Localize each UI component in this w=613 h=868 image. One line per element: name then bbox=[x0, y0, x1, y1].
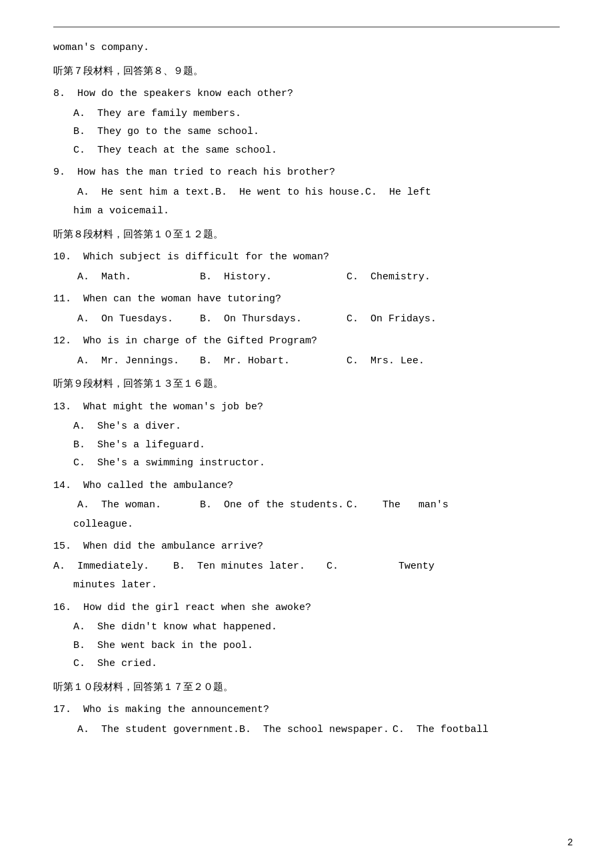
page-number: 2 bbox=[568, 837, 573, 848]
top-text: woman's company. bbox=[53, 39, 560, 57]
question-9: 9. How has the man tried to reach his br… bbox=[53, 164, 560, 181]
q13-option-c: C. She's a swimming instructor. bbox=[73, 455, 560, 472]
q12-option-a: A. Mr. Jennings. bbox=[53, 353, 200, 370]
q13-option-b: B. She's a lifeguard. bbox=[73, 437, 560, 454]
question-16: 16. How did the girl react when she awok… bbox=[53, 599, 560, 617]
question-17: 17. Who is making the announcement? bbox=[53, 701, 560, 719]
q14-wrap: colleague. bbox=[73, 516, 560, 533]
q9-option-a: A. He sent him a text. bbox=[53, 184, 215, 201]
q17-options-row: A. The student government. B. The school… bbox=[53, 721, 560, 739]
q14-option-a: A. The woman. bbox=[53, 497, 200, 514]
section9-header: 听第９段材料，回答第１３至１６题。 bbox=[53, 376, 560, 393]
q15-option-a: A. Immediately. bbox=[53, 558, 173, 575]
q15-option-b: B. Ten minutes later. bbox=[173, 558, 326, 575]
question-8: 8. How do the speakers know each other? bbox=[53, 85, 560, 103]
q15-options-row: A. Immediately. B. Ten minutes later. C.… bbox=[53, 558, 560, 575]
question-15: 15. When did the ambulance arrive? bbox=[53, 538, 560, 555]
q14-option-c: C. The man's bbox=[346, 497, 560, 514]
q11-option-b: B. On Thursdays. bbox=[200, 311, 346, 328]
question-13: 13. What might the woman's job be? bbox=[53, 399, 560, 416]
q9-option-c: C. He left bbox=[365, 184, 560, 201]
q16-option-a: A. She didn't know what happened. bbox=[73, 619, 560, 636]
q10-option-c: C. Chemistry. bbox=[346, 269, 560, 286]
question-10: 10. Which subject is difficult for the w… bbox=[53, 249, 560, 266]
q11-option-a: A. On Tuesdays. bbox=[53, 311, 200, 328]
q17-option-a: A. The student government. bbox=[53, 721, 239, 739]
q11-options-row: A. On Tuesdays. B. On Thursdays. C. On F… bbox=[53, 311, 560, 328]
question-14: 14. Who called the ambulance? bbox=[53, 477, 560, 495]
question-12: 12. Who is in charge of the Gifted Progr… bbox=[53, 333, 560, 350]
main-content: woman's company. 听第７段材料，回答第８、９题。 8. How … bbox=[53, 39, 560, 738]
section8-header: 听第８段材料，回答第１０至１２题。 bbox=[53, 227, 560, 244]
q9-wrap: him a voicemail. bbox=[73, 203, 560, 220]
question-11: 11. When can the woman have tutoring? bbox=[53, 291, 560, 308]
q16-option-c: C. She cried. bbox=[73, 655, 560, 673]
q8-option-c: C. They teach at the same school. bbox=[73, 142, 560, 159]
q10-options-row: A. Math. B. History. C. Chemistry. bbox=[53, 269, 560, 286]
q16-option-b: B. She went back in the pool. bbox=[73, 637, 560, 655]
q17-option-c: C. The football bbox=[392, 721, 488, 739]
q15-wrap: minutes later. bbox=[73, 577, 560, 594]
q8-option-b: B. They go to the same school. bbox=[73, 123, 560, 141]
q11-option-c: C. On Fridays. bbox=[346, 311, 560, 328]
q13-option-a: A. She's a diver. bbox=[73, 418, 560, 435]
q14-options-row: A. The woman. B. One of the students. C.… bbox=[53, 497, 560, 514]
q9-options-row: A. He sent him a text. B. He went to his… bbox=[53, 184, 560, 201]
q9-option-b: B. He went to his house. bbox=[215, 184, 365, 201]
q8-option-a: A. They are family members. bbox=[73, 105, 560, 123]
q10-option-b: B. History. bbox=[200, 269, 346, 286]
q12-option-c: C. Mrs. Lee. bbox=[346, 353, 560, 370]
q10-option-a: A. Math. bbox=[53, 269, 200, 286]
q14-option-b: B. One of the students. bbox=[200, 497, 346, 514]
q12-options-row: A. Mr. Jennings. B. Mr. Hobart. C. Mrs. … bbox=[53, 353, 560, 370]
section10-header: 听第１０段材料，回答第１７至２０题。 bbox=[53, 679, 560, 697]
section7-header: 听第７段材料，回答第８、９题。 bbox=[53, 63, 560, 81]
q17-option-b: B. The school newspaper. bbox=[239, 721, 392, 739]
q15-option-c: C. Twenty bbox=[326, 558, 434, 575]
q12-option-b: B. Mr. Hobart. bbox=[200, 353, 346, 370]
top-divider bbox=[53, 27, 560, 27]
